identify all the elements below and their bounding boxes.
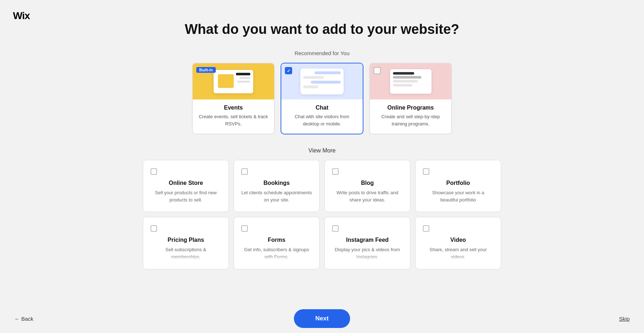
page-title: What do you want to add to your website? (185, 22, 459, 37)
blog-title: Blog (332, 180, 403, 186)
programs-image-mock (390, 69, 431, 94)
more-card-online-store[interactable]: Online Store Sell your products or find … (143, 160, 229, 212)
pricing-plans-desc: Sell subscriptions & memberships. (151, 246, 221, 261)
chat-card-desc: Chat with site visitors from desktop or … (287, 113, 357, 127)
events-card-desc: Create events, sell tickets & track RSVP… (198, 113, 268, 127)
chat-image-mock (300, 68, 344, 94)
chat-card-body: Chat Chat with site visitors from deskto… (281, 99, 363, 134)
events-card-title: Events (198, 105, 268, 111)
pricing-plans-checkbox[interactable] (151, 225, 157, 232)
instagram-feed-title: Instagram Feed (332, 237, 403, 243)
bottom-nav: ← Back Next Skip (0, 304, 644, 333)
view-more-label: View More (308, 147, 335, 154)
video-title: Video (423, 237, 493, 243)
instagram-feed-desc: Display your pics & videos from Instagra… (332, 246, 403, 261)
more-card-instagram-feed[interactable]: Instagram Feed Display your pics & video… (324, 217, 411, 269)
video-checkbox[interactable] (423, 225, 429, 232)
skip-button[interactable]: Skip (619, 316, 630, 322)
online-store-checkbox[interactable] (151, 168, 157, 175)
next-button[interactable]: Next (294, 309, 350, 328)
blog-desc: Write posts to drive traffic and share y… (332, 189, 403, 204)
portfolio-title: Portfolio (423, 180, 493, 186)
video-desc: Share, stream and sell your videos. (423, 246, 493, 261)
main-container: What do you want to add to your website?… (0, 0, 644, 306)
rec-card-events[interactable]: Built-In Events Create events, sell tick… (192, 63, 275, 134)
back-button[interactable]: ← Back (14, 316, 33, 322)
recommended-row: Built-In Events Create events, sell tick… (192, 63, 452, 134)
blog-checkbox[interactable] (332, 168, 339, 175)
bookings-title: Bookings (241, 180, 312, 186)
more-grid: Online Store Sell your products or find … (143, 160, 501, 270)
more-card-bookings[interactable]: Bookings Let clients schedule appointmen… (233, 160, 320, 212)
events-card-body: Events Create events, sell tickets & tra… (193, 99, 274, 134)
builtin-badge: Built-In (196, 67, 216, 73)
more-card-video[interactable]: Video Share, stream and sell your videos… (415, 217, 501, 269)
recommended-label: Recommended for You (295, 50, 350, 56)
forms-desc: Get info, subscribers & signups with For… (241, 246, 312, 261)
instagram-feed-checkbox[interactable] (332, 225, 339, 232)
more-card-blog[interactable]: Blog Write posts to drive traffic and sh… (324, 160, 411, 212)
portfolio-checkbox[interactable] (423, 168, 429, 175)
forms-checkbox[interactable] (241, 225, 248, 232)
more-card-forms[interactable]: Forms Get info, subscribers & signups wi… (233, 217, 320, 269)
rec-card-online-programs[interactable]: Online Programs Create and sell step-by-… (369, 63, 452, 134)
chat-checkbox[interactable] (285, 67, 292, 74)
more-card-portfolio[interactable]: Portfolio Showcase your work in a beauti… (415, 160, 501, 212)
pricing-plans-title: Pricing Plans (151, 237, 221, 243)
more-card-pricing-plans[interactable]: Pricing Plans Sell subscriptions & membe… (143, 217, 229, 269)
forms-title: Forms (241, 237, 312, 243)
portfolio-desc: Showcase your work in a beautiful portfo… (423, 189, 493, 204)
events-card-image: Built-In (193, 63, 274, 99)
programs-checkbox[interactable] (374, 67, 381, 74)
bookings-desc: Let clients schedule appointments on you… (241, 189, 312, 204)
programs-card-body: Online Programs Create and sell step-by-… (370, 99, 451, 134)
online-store-title: Online Store (151, 180, 221, 186)
bookings-checkbox[interactable] (241, 168, 248, 175)
rec-card-chat[interactable]: Chat Chat with site visitors from deskto… (281, 63, 363, 134)
chat-card-image (281, 63, 363, 99)
events-image-mock (214, 70, 253, 93)
programs-card-desc: Create and sell step-by-step training pr… (376, 113, 446, 127)
online-store-desc: Sell your products or find new products … (151, 189, 221, 204)
chat-card-title: Chat (287, 105, 357, 111)
programs-card-image (370, 63, 451, 99)
programs-card-title: Online Programs (376, 105, 446, 111)
wix-logo: Wix (13, 10, 30, 22)
